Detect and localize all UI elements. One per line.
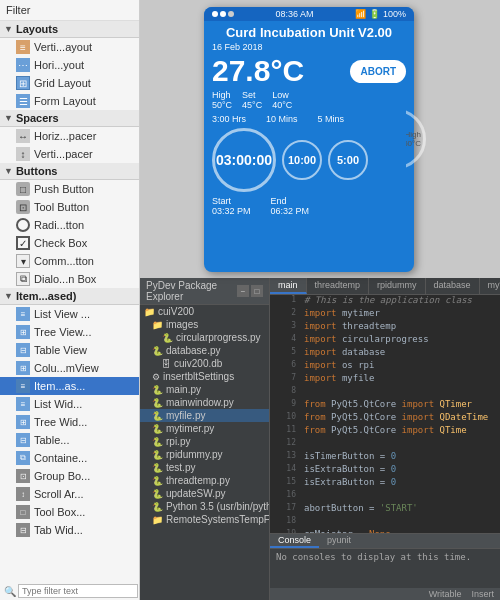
python35-label: Python 3.5 (usr/bin/python3.5) <box>166 501 270 512</box>
tab-rpidummy[interactable]: rpidummy <box>369 278 426 294</box>
sidebar-item-grid-layout[interactable]: ⊞ Grid Layout <box>0 74 139 92</box>
sidebar-item-container[interactable]: ⧉ Containe... <box>0 449 139 467</box>
colu-view-label: Colu...mView <box>34 362 99 374</box>
rpidummy-label: rpidummy.py <box>166 449 223 460</box>
sidebar-item-tool-box[interactable]: □ Tool Box... <box>0 503 139 521</box>
code-line-6: 6 import os rpi <box>270 360 500 373</box>
sidebar-item-group-box[interactable]: ⊡ Group Bo... <box>0 467 139 485</box>
sidebar-item-radio-button[interactable]: Radi...tton <box>0 216 139 234</box>
sidebar-item-verti-spacer[interactable]: ↕ Verti...pacer <box>0 145 139 163</box>
tab-database[interactable]: database <box>426 278 480 294</box>
sidebar-item-table-widget[interactable]: ⊟ Table... <box>0 431 139 449</box>
start-info: Start 03:32 PM <box>212 196 251 216</box>
threadtemp-label: threadtemp.py <box>166 475 230 486</box>
fe-maximize-btn[interactable]: □ <box>251 285 263 297</box>
code-line-10: 10 from PyQt5.QtCore import QDateTime <box>270 412 500 425</box>
phone-setpoints: High 50°C Set 45°C Low 40°C <box>212 90 304 110</box>
fe-cuiv200-db[interactable]: 🗄 cuiv200.db <box>140 357 269 370</box>
code-line-1: 1 # This is the application class <box>270 295 500 308</box>
sidebar-item-check-box[interactable]: ✓ Check Box <box>0 234 139 252</box>
console-tab-console[interactable]: Console <box>270 534 319 548</box>
circularprogress-label: circularprogress.py <box>176 332 260 343</box>
fe-minimize-btn[interactable]: − <box>237 285 249 297</box>
phone-battery: 100% <box>383 9 406 19</box>
code-panel: main threadtemp rpidummy database myTime… <box>270 278 500 600</box>
hori-layout-icon: ⋯ <box>16 58 30 72</box>
fe-rpi-py[interactable]: 🐍 rpi.py <box>140 435 269 448</box>
abort-button[interactable]: ABORT <box>350 60 406 83</box>
phone-body: Curd Incubation Unit V2.00 16 Feb 2018 2… <box>204 21 414 220</box>
sidebar-item-tab-widget[interactable]: ⊟ Tab Wid... <box>0 521 139 539</box>
main-py-icon: 🐍 <box>152 385 163 395</box>
layouts-section-header[interactable]: ▼ Layouts <box>0 21 139 38</box>
list-widget-icon: ≡ <box>16 397 30 411</box>
sidebar-item-horiz-spacer[interactable]: ↔ Horiz...pacer <box>0 127 139 145</box>
fe-rpidummy-py[interactable]: 🐍 rpidummy.py <box>140 448 269 461</box>
code-line-17: 17 abortButton = 'START' <box>270 503 500 516</box>
type-filter-input[interactable] <box>18 584 138 598</box>
sidebar-item-table-view[interactable]: ⊟ Table View <box>0 341 139 359</box>
sidebar-item-colu-view[interactable]: ⊞ Colu...mView <box>0 359 139 377</box>
scroll-area-label: Scroll Ar... <box>34 488 84 500</box>
sidebar-item-verti-layout[interactable]: ≡ Verti...ayout <box>0 38 139 56</box>
fe-test-py[interactable]: 🐍 test.py <box>140 461 269 474</box>
spacers-section-header[interactable]: ▼ Spacers <box>0 110 139 127</box>
sidebar-item-hori-layout[interactable]: ⋯ Hori...yout <box>0 56 139 74</box>
tab-main[interactable]: main <box>270 278 307 294</box>
spacers-label: Spacers <box>16 112 59 124</box>
fe-myfile-py[interactable]: 🐍 myfile.py <box>140 409 269 422</box>
myfile-label: myfile.py <box>166 410 205 421</box>
sidebar-item-item-based[interactable]: ≡ Item...as... <box>0 377 139 395</box>
code-line-3: 3 import threadtemp <box>270 321 500 334</box>
sidebar-item-scroll-area[interactable]: ↕ Scroll Ar... <box>0 485 139 503</box>
vert-layout-icon: ≡ <box>16 40 30 54</box>
radio-button-label: Radi...tton <box>34 219 84 231</box>
sidebar-item-tree-widget[interactable]: ⊞ Tree Wid... <box>0 413 139 431</box>
sidebar-item-push-button[interactable]: □ Push Button <box>0 180 139 198</box>
mainwindow-icon: 🐍 <box>152 398 163 408</box>
fe-images-folder[interactable]: 📁 images <box>140 318 269 331</box>
main-content: 08:36 AM 📶 🔋 100% Curd Incubation Unit V… <box>140 0 500 600</box>
buttons-section-header[interactable]: ▼ Buttons <box>0 163 139 180</box>
item-based-section-header[interactable]: ▼ Item...ased) <box>0 288 139 305</box>
console-tab-pyunit[interactable]: pyunit <box>319 534 359 548</box>
tab-threadtemp[interactable]: threadtemp <box>307 278 370 294</box>
tab-widget-icon: ⊟ <box>16 523 30 537</box>
phone-signal-dots <box>212 11 234 17</box>
fe-circularprogress[interactable]: 🐍 circularprogress.py <box>140 331 269 344</box>
fe-mainwindow-py[interactable]: 🐍 mainwindow.py <box>140 396 269 409</box>
code-line-15: 15 isExtraButton = 0 <box>270 477 500 490</box>
file-project-root[interactable]: 📁 cuiV200 <box>140 305 269 318</box>
status-writable: Writable <box>429 589 462 599</box>
sidebar-item-form-layout[interactable]: ☰ Form Layout <box>0 92 139 110</box>
high-value: 50°C <box>212 100 232 110</box>
sidebar-item-tool-button[interactable]: ⊡ Tool Button <box>0 198 139 216</box>
tool-button-icon: ⊡ <box>16 200 30 214</box>
verti-spacer-icon: ↕ <box>16 147 30 161</box>
timer-secs: 5 Mins <box>318 114 345 124</box>
fe-python35[interactable]: 🐍 Python 3.5 (usr/bin/python3.5) <box>140 500 269 513</box>
fe-threadtemp-py[interactable]: 🐍 threadtemp.py <box>140 474 269 487</box>
fe-main-py[interactable]: 🐍 main.py <box>140 383 269 396</box>
sidebar-item-list-widget[interactable]: ≡ List Wid... <box>0 395 139 413</box>
fe-updatesw-py[interactable]: 🐍 updateSW.py <box>140 487 269 500</box>
code-line-8: 8 <box>270 386 500 399</box>
code-editor[interactable]: 1 # This is the application class 2 impo… <box>270 295 500 533</box>
fe-remote-files[interactable]: 📁 RemoteSystemsTempFiles <box>140 513 269 526</box>
fe-insertblt[interactable]: ⚙ insertbltSettings <box>140 370 269 383</box>
phone-status-bar: 08:36 AM 📶 🔋 100% <box>204 7 414 21</box>
sidebar-item-dialog-button[interactable]: ⧉ Dialo...n Box <box>0 270 139 288</box>
colu-view-icon: ⊞ <box>16 361 30 375</box>
end-label: End <box>271 196 287 206</box>
images-label: images <box>166 319 198 330</box>
sidebar-item-list-view[interactable]: ≡ List View ... <box>0 305 139 323</box>
sidebar-item-tree-view[interactable]: ⊞ Tree View... <box>0 323 139 341</box>
fe-database-py[interactable]: 🐍 database.py <box>140 344 269 357</box>
sidebar-item-combo-button[interactable]: ▾ Comm...tton <box>0 252 139 270</box>
tree-widget-label: Tree Wid... <box>34 416 87 428</box>
code-tabs: main threadtemp rpidummy database myTime… <box>270 278 500 295</box>
dialog-button-icon: ⧉ <box>16 272 30 286</box>
tab-mytime[interactable]: myTime... <box>480 278 500 294</box>
fe-mytimer-py[interactable]: 🐍 mytimer.py <box>140 422 269 435</box>
mainwindow-label: mainwindow.py <box>166 397 234 408</box>
